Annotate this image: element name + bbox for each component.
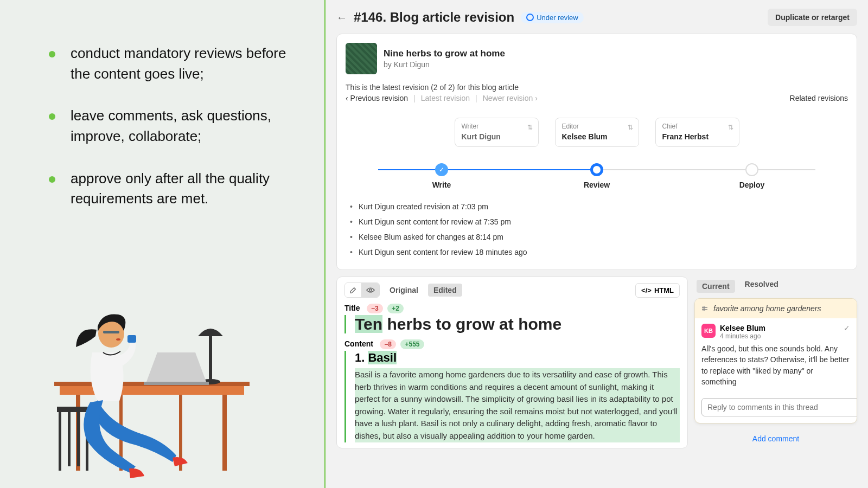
step-deploy-dot — [745, 163, 758, 176]
title-label: Title — [344, 304, 360, 312]
tab-edited[interactable]: Edited — [428, 284, 462, 297]
svg-rect-10 — [59, 412, 61, 471]
comments-tab-resolved[interactable]: Resolved — [745, 280, 778, 293]
svg-rect-6 — [209, 336, 212, 382]
marketing-bullets: conduct mandatory reviews before the con… — [49, 43, 297, 209]
activity-item: Kelsee Blum asked for changes at 8:14 pm — [350, 229, 844, 245]
tab-original[interactable]: Original — [386, 284, 422, 297]
svg-rect-12 — [68, 412, 71, 466]
role-writer[interactable]: ⇅ Writer Kurt Digun — [455, 118, 539, 147]
bullet-item: approve only after all the quality requi… — [49, 169, 297, 209]
content-diff-added: +555 — [400, 339, 424, 349]
svg-rect-3 — [222, 395, 227, 471]
edit-mode-button[interactable] — [345, 283, 362, 297]
activity-log: Kurt Digun created revision at 7:03 pm K… — [337, 196, 857, 269]
title-diff-removed: −3 — [367, 304, 383, 313]
comment-thread: favorite among home gardeners KB Kelsee … — [694, 298, 857, 423]
title-diff-added: +2 — [387, 304, 404, 313]
comment-author: Kelsee Blum — [720, 324, 765, 332]
chevron-updown-icon: ⇅ — [728, 124, 733, 131]
add-comment-link[interactable]: Add comment — [694, 434, 857, 443]
preview-mode-button[interactable] — [362, 283, 379, 297]
chevron-updown-icon: ⇅ — [527, 124, 533, 131]
latest-revision-link: Latest revision — [421, 94, 470, 102]
svg-rect-8 — [144, 382, 209, 385]
activity-item: Kurt Digun created revision at 7:03 pm — [350, 199, 844, 214]
article-thumbnail — [346, 43, 377, 74]
related-revisions-link[interactable]: Related revisions — [790, 94, 848, 102]
content-paragraph: Basil is a favorite among home gardeners… — [355, 368, 680, 442]
content-label: Content — [344, 339, 373, 348]
activity-item: Kurt Digun sent content for review 18 mi… — [350, 245, 844, 260]
svg-point-18 — [369, 289, 372, 291]
svg-point-17 — [116, 338, 120, 341]
quote-icon — [701, 305, 709, 312]
bullet-item: leave comments, ask questions, improve, … — [49, 106, 297, 146]
resolve-check-icon[interactable]: ✓ — [844, 324, 850, 332]
page-title: #146. Blog article revision — [354, 10, 514, 25]
code-icon: </> — [641, 286, 652, 294]
comments-tab-current[interactable]: Current — [697, 280, 735, 293]
step-write-dot: ✓ — [435, 163, 448, 176]
content-diff-removed: −8 — [380, 339, 396, 349]
svg-rect-9 — [57, 407, 91, 412]
comment-reference: favorite among home gardeners — [713, 304, 821, 313]
svg-rect-0 — [60, 385, 244, 395]
article-byline: by Kurt Digun — [384, 60, 505, 69]
prev-revision-link[interactable]: ‹ Previous revision — [346, 94, 408, 102]
status-badge: Under review — [521, 12, 584, 23]
comment-time: 4 minutes ago — [720, 332, 765, 340]
workflow-timeline: ✓Write Review Deploy — [364, 163, 829, 190]
bullet-item: conduct mandatory reviews before the con… — [49, 43, 297, 84]
reply-input[interactable] — [701, 398, 857, 416]
comment-text: All's good, but this one sounds bold. An… — [701, 343, 850, 387]
newer-revision-link: Newer revision › — [483, 94, 538, 102]
step-review-dot — [590, 163, 603, 176]
illustration — [38, 282, 266, 488]
role-chief[interactable]: ⇅ Chief Franz Herbst — [655, 118, 739, 147]
duplicate-button[interactable]: Duplicate or retarget — [768, 9, 857, 26]
html-view-button[interactable]: </>HTML — [635, 283, 680, 298]
svg-rect-13 — [77, 412, 80, 466]
role-editor[interactable]: ⇅ Editor Kelsee Blum — [555, 118, 639, 147]
edited-title: Ten herbs to grow at home — [344, 315, 680, 333]
content-heading: 1. Basil — [355, 351, 680, 365]
revision-summary: This is the latest revision (2 of 2) for… — [346, 83, 848, 92]
svg-rect-16 — [103, 331, 119, 333]
article-title: Nine herbs to grow at home — [384, 48, 505, 59]
back-arrow-icon[interactable]: ← — [336, 11, 347, 24]
avatar: KB — [701, 324, 716, 338]
activity-item: Kurt Digun sent content for review at 7:… — [350, 214, 844, 229]
chevron-updown-icon: ⇅ — [628, 124, 633, 131]
svg-rect-14 — [127, 335, 136, 343]
